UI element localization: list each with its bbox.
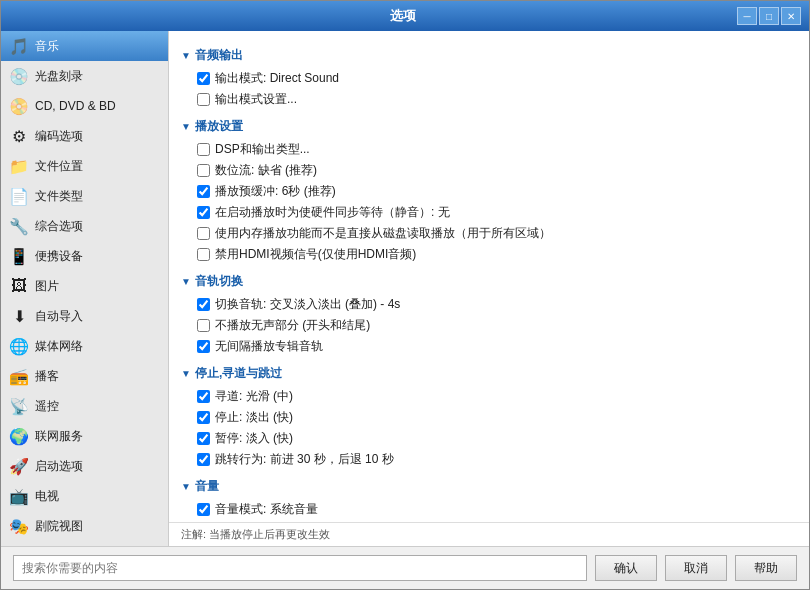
sidebar-icon-auto-import: ⬇ [9, 306, 29, 326]
setting-item-dsp-output: DSP和输出类型... [181, 139, 797, 160]
sidebar-item-encode[interactable]: ⚙编码选项 [1, 121, 168, 151]
setting-item-crossfade: 切换音轨: 交叉淡入淡出 (叠加) - 4s [181, 294, 797, 315]
note-text: 注解: 当播放停止后再更改生效 [181, 528, 330, 540]
checkbox-pause[interactable] [197, 432, 210, 445]
sidebar-item-startup[interactable]: 🚀启动选项 [1, 451, 168, 481]
sidebar-item-media-network[interactable]: 🌐媒体网络 [1, 331, 168, 361]
sidebar-icon-remote: 📡 [9, 396, 29, 416]
sidebar-label-remote: 遥控 [35, 398, 59, 415]
sidebar-icon-online-service: 🌍 [9, 426, 29, 446]
sidebar-item-remote[interactable]: 📡遥控 [1, 391, 168, 421]
restore-button[interactable]: □ [759, 7, 779, 25]
checkbox-no-silence[interactable] [197, 319, 210, 332]
section-header-stop-seek-skip[interactable]: ▼停止,寻道与跳过 [181, 365, 797, 382]
help-button[interactable]: 帮助 [735, 555, 797, 581]
sidebar-icon-general: 🔧 [9, 216, 29, 236]
window-title: 选项 [69, 7, 737, 25]
sidebar-item-tv[interactable]: 📺电视 [1, 481, 168, 511]
checkbox-jump[interactable] [197, 453, 210, 466]
label-volume-mode[interactable]: 音量模式: 系统音量 [215, 501, 318, 518]
checkbox-output-mode[interactable] [197, 72, 210, 85]
section-title-track-switch: 音轨切换 [195, 273, 243, 290]
checkbox-stop[interactable] [197, 411, 210, 424]
section-arrow-stop-seek-skip: ▼ [181, 368, 191, 379]
sidebar-label-file-location: 文件位置 [35, 158, 83, 175]
label-pause[interactable]: 暂停: 淡入 (快) [215, 430, 293, 447]
checkbox-output-settings[interactable] [197, 93, 210, 106]
section-title-audio-output: 音频输出 [195, 47, 243, 64]
sidebar-item-podcast[interactable]: 📻播客 [1, 361, 168, 391]
setting-item-stop: 停止: 淡出 (快) [181, 407, 797, 428]
section-arrow-playback-settings: ▼ [181, 121, 191, 132]
checkbox-dsp-output[interactable] [197, 143, 210, 156]
content-area: 🎵音乐💿光盘刻录📀CD, DVD & BD⚙编码选项📁文件位置📄文件类型🔧综合选… [1, 31, 809, 546]
sidebar-item-cd-dvd-bd[interactable]: 📀CD, DVD & BD [1, 91, 168, 121]
checkbox-volume-mode[interactable] [197, 503, 210, 516]
sidebar-label-theater: 剧院视图 [35, 518, 83, 535]
sidebar-label-pictures: 图片 [35, 278, 59, 295]
confirm-button[interactable]: 确认 [595, 555, 657, 581]
sidebar-label-general: 综合选项 [35, 218, 83, 235]
checkbox-gapless[interactable] [197, 340, 210, 353]
note-bar: 注解: 当播放停止后再更改生效 [169, 522, 809, 546]
sidebar-label-encode: 编码选项 [35, 128, 83, 145]
sidebar-item-music[interactable]: 🎵音乐 [1, 31, 168, 61]
sidebar-item-portable[interactable]: 📱便携设备 [1, 241, 168, 271]
label-disable-hdmi[interactable]: 禁用HDMI视频信号(仅使用HDMI音频) [215, 246, 416, 263]
setting-item-pause: 暂停: 淡入 (快) [181, 428, 797, 449]
checkbox-play-buffer[interactable] [197, 185, 210, 198]
section-header-volume[interactable]: ▼音量 [181, 478, 797, 495]
label-seek[interactable]: 寻道: 光滑 (中) [215, 388, 293, 405]
section-title-stop-seek-skip: 停止,寻道与跳过 [195, 365, 282, 382]
setting-item-volume-mode: 音量模式: 系统音量 [181, 499, 797, 520]
sidebar-label-online-service: 联网服务 [35, 428, 83, 445]
sidebar-label-cd-dvd-bd: CD, DVD & BD [35, 99, 116, 113]
checkbox-crossfade[interactable] [197, 298, 210, 311]
sidebar-icon-media-network: 🌐 [9, 336, 29, 356]
sidebar-label-disc-record: 光盘刻录 [35, 68, 83, 85]
settings-area: ▼音频输出输出模式: Direct Sound输出模式设置...▼播放设置DSP… [169, 31, 809, 522]
section-header-track-switch[interactable]: ▼音轨切换 [181, 273, 797, 290]
sidebar-icon-file-type: 📄 [9, 186, 29, 206]
close-button[interactable]: ✕ [781, 7, 801, 25]
label-digital-flow[interactable]: 数位流: 缺省 (推荐) [215, 162, 317, 179]
sidebar-item-disc-record[interactable]: 💿光盘刻录 [1, 61, 168, 91]
label-dsp-output[interactable]: DSP和输出类型... [215, 141, 310, 158]
sidebar-label-music: 音乐 [35, 38, 59, 55]
cancel-button[interactable]: 取消 [665, 555, 727, 581]
minimize-button[interactable]: ─ [737, 7, 757, 25]
label-output-settings[interactable]: 输出模式设置... [215, 91, 297, 108]
sidebar-item-theater[interactable]: 🎭剧院视图 [1, 511, 168, 541]
label-crossfade[interactable]: 切换音轨: 交叉淡入淡出 (叠加) - 4s [215, 296, 400, 313]
sidebar-item-pictures[interactable]: 🖼图片 [1, 271, 168, 301]
label-play-buffer[interactable]: 播放预缓冲: 6秒 (推荐) [215, 183, 336, 200]
sidebar-item-online-service[interactable]: 🌍联网服务 [1, 421, 168, 451]
label-no-silence[interactable]: 不播放无声部分 (开头和结尾) [215, 317, 370, 334]
sidebar-item-file-location[interactable]: 📁文件位置 [1, 151, 168, 181]
section-header-audio-output[interactable]: ▼音频输出 [181, 47, 797, 64]
sidebar-label-file-type: 文件类型 [35, 188, 83, 205]
section-title-playback-settings: 播放设置 [195, 118, 243, 135]
label-jump[interactable]: 跳转行为: 前进 30 秒，后退 10 秒 [215, 451, 394, 468]
label-sync-wait[interactable]: 在启动播放时为使硬件同步等待（静音）: 无 [215, 204, 450, 221]
checkbox-digital-flow[interactable] [197, 164, 210, 177]
setting-item-disable-hdmi: 禁用HDMI视频信号(仅使用HDMI音频) [181, 244, 797, 265]
label-memory-play[interactable]: 使用内存播放功能而不是直接从磁盘读取播放（用于所有区域） [215, 225, 551, 242]
sidebar-item-general[interactable]: 🔧综合选项 [1, 211, 168, 241]
checkbox-sync-wait[interactable] [197, 206, 210, 219]
label-output-mode[interactable]: 输出模式: Direct Sound [215, 70, 339, 87]
checkbox-seek[interactable] [197, 390, 210, 403]
sidebar-item-file-type[interactable]: 📄文件类型 [1, 181, 168, 211]
sidebar: 🎵音乐💿光盘刻录📀CD, DVD & BD⚙编码选项📁文件位置📄文件类型🔧综合选… [1, 31, 169, 546]
setting-item-jump: 跳转行为: 前进 30 秒，后退 10 秒 [181, 449, 797, 470]
checkbox-disable-hdmi[interactable] [197, 248, 210, 261]
bottom-bar: 确认 取消 帮助 [1, 546, 809, 589]
label-stop[interactable]: 停止: 淡出 (快) [215, 409, 293, 426]
section-header-playback-settings[interactable]: ▼播放设置 [181, 118, 797, 135]
section-arrow-audio-output: ▼ [181, 50, 191, 61]
checkbox-memory-play[interactable] [197, 227, 210, 240]
sidebar-item-auto-import[interactable]: ⬇自动导入 [1, 301, 168, 331]
search-input[interactable] [13, 555, 587, 581]
sidebar-icon-disc-record: 💿 [9, 66, 29, 86]
label-gapless[interactable]: 无间隔播放专辑音轨 [215, 338, 323, 355]
